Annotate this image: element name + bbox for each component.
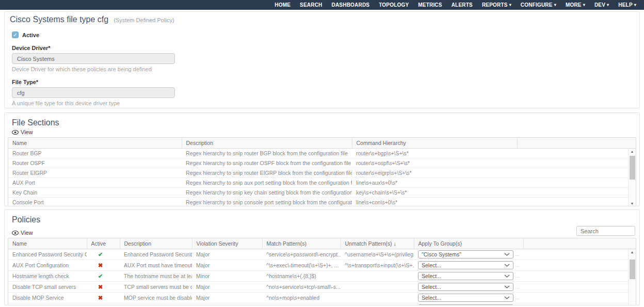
table-row[interactable]: Hostname length check ✔ The hostname mus… — [8, 271, 636, 282]
row-overflow-ellipsis: ... — [515, 284, 519, 289]
col-header-match-patterns[interactable]: Match Pattern(s) — [262, 238, 341, 249]
apply-group-select[interactable]: Select... — [418, 304, 513, 305]
nav-configure[interactable]: CONFIGURE▾ — [516, 2, 561, 8]
table-row[interactable]: Enhanced Password Security C... ✔ Enhanc… — [8, 249, 636, 260]
active-checkbox-label: Active — [22, 32, 39, 38]
policies-view-link[interactable]: View — [12, 230, 33, 236]
page-subtitle: (System Defined Policy) — [114, 17, 174, 23]
file-sections-view-link[interactable]: View — [12, 129, 33, 135]
row-overflow-ellipsis: ... — [515, 273, 519, 279]
nav-dev[interactable]: DEV▾ — [590, 2, 614, 8]
active-status-icon: ✖ — [91, 295, 103, 301]
eye-icon — [12, 231, 19, 235]
device-driver-field[interactable] — [12, 53, 175, 64]
caret-down-icon: ▾ — [634, 3, 636, 7]
apply-group-select[interactable]: Select... — [418, 283, 513, 291]
chevron-down-icon — [504, 296, 510, 299]
file-type-label: File Type* — [12, 79, 635, 85]
col-header-command-hierarchy[interactable]: Command Hierarchy — [352, 138, 517, 149]
col-header-active[interactable]: Active — [87, 238, 120, 249]
apply-group-select[interactable]: Select... — [418, 261, 513, 269]
apply-group-select[interactable]: Select... — [418, 272, 513, 280]
nav-help[interactable]: HELP▾ — [614, 2, 641, 8]
row-overflow-ellipsis: ... — [515, 263, 519, 268]
chevron-down-icon — [504, 285, 510, 288]
file-sections-title: File Sections — [12, 118, 636, 127]
col-header-violation-severity[interactable]: Violation Severity — [192, 238, 262, 249]
table-row[interactable]: Disable TCP small servers ✖ TCP small se… — [8, 282, 636, 293]
active-status-icon: ✔ — [91, 273, 103, 280]
table-row[interactable]: Disable MOP Service on all eth... ✖ Disa… — [8, 303, 636, 306]
scrollbar-thumb[interactable] — [630, 260, 635, 279]
active-status-icon: ✖ — [91, 262, 103, 269]
policies-scrollbar[interactable]: ▲ ▼ — [628, 249, 636, 305]
file-sections-card: File Sections View Name Description Comm… — [4, 112, 640, 206]
policies-search-input[interactable] — [576, 226, 635, 236]
col-header-description[interactable]: Description — [182, 138, 352, 149]
caret-down-icon: ▾ — [607, 3, 609, 7]
active-status-icon: ✔ — [91, 251, 103, 258]
active-checkbox[interactable]: ✓ — [12, 31, 19, 38]
nav-search[interactable]: SEARCH — [295, 2, 327, 8]
nav-more[interactable]: MORE▾ — [561, 2, 590, 8]
chevron-down-icon — [504, 253, 510, 256]
table-row[interactable]: Disable MOP Service ✖ MOP service must b… — [8, 293, 636, 303]
col-header-empty — [517, 138, 636, 149]
caret-down-icon: ▾ — [554, 3, 556, 7]
row-overflow-ellipsis: ... — [515, 295, 519, 300]
scrollbar-thumb[interactable] — [630, 156, 635, 180]
apply-group-select[interactable]: "Cisco Systems" — [418, 250, 513, 258]
nav-dashboards[interactable]: DASHBOARDS — [327, 2, 375, 8]
table-row[interactable]: Router EIGRP Regex hierarchy to snip rou… — [8, 168, 636, 178]
scroll-up-icon[interactable]: ▲ — [631, 249, 634, 255]
col-header-empty — [523, 238, 636, 249]
col-header-name[interactable]: Name — [8, 138, 182, 149]
device-driver-label: Device Driver* — [12, 45, 635, 51]
policies-table: Name Active Description Violation Severi… — [8, 238, 636, 305]
active-status-icon: ✖ — [91, 305, 103, 306]
table-row[interactable]: Key Chain Regex hierarchy to snip key ch… — [8, 188, 636, 198]
table-row[interactable]: Router OSPF Regex hierarchy to snip rout… — [8, 158, 636, 168]
chevron-down-icon — [504, 264, 510, 267]
scroll-down-icon[interactable]: ▼ — [631, 201, 634, 207]
policies-title: Policies — [12, 215, 636, 224]
table-row[interactable]: AUX Port Regex hierarchy to snip aux por… — [8, 178, 636, 188]
nav-reports[interactable]: REPORTS▾ — [477, 2, 516, 8]
caret-down-icon: ▾ — [583, 3, 585, 7]
scroll-up-icon[interactable]: ▲ — [631, 149, 634, 155]
caret-down-icon: ▾ — [509, 3, 511, 7]
table-row[interactable]: Router BGP Regex hierarchy to snip route… — [8, 149, 636, 158]
page-title: Cisco Systems file type cfg — [10, 15, 108, 24]
row-overflow-ellipsis: ... — [515, 252, 519, 257]
top-navbar: HOME SEARCH DASHBOARDS TOPOLOGY METRICS … — [0, 0, 644, 10]
policy-form-card: Cisco Systems file type cfg (System Defi… — [4, 11, 640, 108]
nav-topology[interactable]: TOPOLOGY — [374, 2, 413, 8]
file-sections-table: Name Description Command Hierarchy Route… — [8, 137, 636, 206]
apply-group-select[interactable]: Select... — [418, 294, 513, 302]
chevron-down-icon — [504, 274, 510, 278]
col-header-apply-to-groups[interactable]: Apply To Group(s) — [414, 238, 523, 249]
nav-metrics[interactable]: METRICS — [413, 2, 446, 8]
active-status-icon: ✖ — [91, 284, 103, 290]
file-type-help: A unique file type for this device drive… — [12, 100, 635, 106]
nav-alerts[interactable]: ALERTS — [447, 2, 477, 8]
device-driver-help: Device Driver for which these policies a… — [12, 66, 635, 72]
col-header-name[interactable]: Name — [8, 238, 87, 249]
nav-home[interactable]: HOME — [270, 2, 295, 8]
col-header-unmatch-patterns-sorted[interactable]: Unmatch Pattern(s) ↓ — [341, 238, 414, 249]
policies-card: Policies View Name Active Description Vi… — [4, 209, 640, 305]
eye-icon — [12, 130, 19, 135]
table-row[interactable]: Console Port Regex hierarchy to snip con… — [8, 198, 636, 207]
col-header-description[interactable]: Description — [120, 238, 192, 249]
table-row[interactable]: AUX Port Configuration ✖ AUX Port must h… — [8, 260, 636, 271]
file-sections-scrollbar[interactable]: ▲ ▼ — [628, 149, 636, 206]
file-type-field[interactable] — [12, 87, 175, 98]
